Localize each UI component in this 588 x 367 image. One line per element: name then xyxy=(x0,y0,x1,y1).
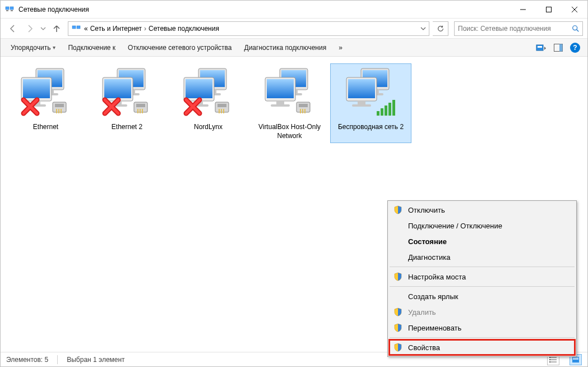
svg-rect-60 xyxy=(267,79,294,98)
svg-rect-1 xyxy=(10,7,13,10)
window-controls xyxy=(510,1,587,18)
menu-status[interactable]: Состояние xyxy=(389,233,575,249)
svg-rect-0 xyxy=(6,7,9,10)
menu-rename[interactable]: Переименовать xyxy=(389,320,575,336)
svg-rect-53 xyxy=(221,109,222,113)
svg-rect-66 xyxy=(302,109,303,113)
titlebar: Сетевые подключения xyxy=(1,1,587,19)
shield-icon xyxy=(393,205,402,214)
menu-separator xyxy=(390,286,575,287)
connection-item[interactable]: Ethernet xyxy=(5,63,86,143)
svg-rect-21 xyxy=(23,79,50,98)
back-button[interactable] xyxy=(5,21,21,36)
maximize-button[interactable] xyxy=(536,1,562,18)
close-button[interactable] xyxy=(562,1,587,18)
connection-label: NordLynx xyxy=(194,122,223,131)
svg-rect-41 xyxy=(142,109,143,113)
network-adapter-icon xyxy=(182,66,235,120)
menu-bridge[interactable]: Настройка моста xyxy=(389,269,575,285)
connection-item[interactable]: Ethernet 2 xyxy=(86,63,168,143)
svg-rect-79 xyxy=(388,103,391,116)
help-button[interactable]: ? xyxy=(567,41,583,54)
address-dropdown[interactable] xyxy=(416,22,429,35)
network-adapter-icon xyxy=(263,66,317,120)
svg-rect-74 xyxy=(358,101,365,104)
svg-rect-67 xyxy=(304,109,305,113)
svg-rect-40 xyxy=(140,109,141,113)
search-input[interactable] xyxy=(455,25,569,33)
svg-rect-88 xyxy=(573,357,578,360)
svg-rect-15 xyxy=(559,44,563,51)
svg-rect-73 xyxy=(348,79,375,98)
svg-line-11 xyxy=(577,29,579,31)
search-box[interactable] xyxy=(454,21,583,36)
menu-connect-disconnect[interactable]: Подключение / Отключение xyxy=(389,218,575,233)
toolbar-overflow[interactable]: » xyxy=(333,42,348,54)
diagnose-button[interactable]: Диагностика подключения xyxy=(239,42,332,54)
svg-rect-38 xyxy=(136,104,145,107)
svg-rect-61 xyxy=(276,101,284,104)
menu-delete[interactable]: Удалить xyxy=(389,304,575,320)
shield-icon xyxy=(393,323,402,332)
breadcrumb-root[interactable]: « xyxy=(84,25,88,33)
preview-pane-button[interactable] xyxy=(550,41,566,54)
svg-rect-78 xyxy=(385,105,387,116)
svg-rect-75 xyxy=(352,104,371,107)
network-adapter-icon xyxy=(19,66,73,120)
svg-rect-76 xyxy=(377,111,379,116)
breadcrumb-level1[interactable]: Сеть и Интернет xyxy=(90,25,142,33)
svg-rect-27 xyxy=(58,109,59,113)
shield-icon xyxy=(393,272,402,281)
address-bar[interactable]: « Сеть и Интернет › Сетевые подключения xyxy=(68,21,429,36)
svg-rect-77 xyxy=(381,108,383,116)
up-button[interactable] xyxy=(49,21,64,36)
refresh-button[interactable] xyxy=(433,21,448,36)
svg-rect-28 xyxy=(61,109,62,113)
svg-rect-85 xyxy=(549,359,550,360)
context-menu: Отключить Подключение / Отключение Состо… xyxy=(387,200,577,357)
svg-rect-64 xyxy=(299,104,308,107)
svg-rect-26 xyxy=(56,109,57,113)
disable-device-button[interactable]: Отключение сетевого устройства xyxy=(122,42,237,54)
minimize-button[interactable] xyxy=(510,1,536,18)
svg-rect-13 xyxy=(538,46,542,48)
menu-shortcut[interactable]: Создать ярлык xyxy=(389,288,575,304)
location-icon xyxy=(72,24,81,33)
svg-rect-80 xyxy=(392,100,395,116)
menu-separator xyxy=(390,267,575,267)
connect-to-button[interactable]: Подключение к xyxy=(62,42,121,54)
shield-icon xyxy=(393,308,402,316)
svg-rect-25 xyxy=(55,104,64,107)
connection-item[interactable]: NordLynx xyxy=(168,63,249,143)
svg-rect-34 xyxy=(104,79,131,98)
svg-rect-86 xyxy=(549,361,550,363)
status-selection: Выбран 1 элемент xyxy=(67,356,124,364)
organize-menu[interactable]: Упорядочить ▾ xyxy=(5,42,61,54)
svg-rect-52 xyxy=(219,109,220,113)
shield-icon xyxy=(393,343,402,352)
chevron-right-icon: › xyxy=(144,25,146,33)
menu-disable[interactable]: Отключить xyxy=(389,202,575,218)
connection-item[interactable]: Беспроводная сеть 2 xyxy=(330,63,411,143)
svg-rect-5 xyxy=(547,7,552,12)
content-area[interactable]: Ethernet Ethernet 2 xyxy=(1,57,587,352)
breadcrumbs: « Сеть и Интернет › Сетевые подключения xyxy=(84,25,416,33)
svg-rect-39 xyxy=(137,109,138,113)
app-icon xyxy=(5,5,14,14)
history-dropdown[interactable] xyxy=(39,21,48,36)
search-icon[interactable] xyxy=(569,25,582,33)
forward-button[interactable] xyxy=(22,21,38,36)
menu-properties[interactable]: Свойства xyxy=(389,340,575,355)
svg-rect-3 xyxy=(11,10,13,11)
network-adapter-icon xyxy=(344,66,398,120)
svg-rect-2 xyxy=(6,10,8,11)
svg-rect-65 xyxy=(300,109,301,113)
breadcrumb-level2[interactable]: Сетевые подключения xyxy=(149,25,219,33)
svg-rect-47 xyxy=(186,79,212,98)
view-options-button[interactable] xyxy=(534,41,549,54)
menu-diagnose[interactable]: Диагностика xyxy=(389,249,575,265)
status-item-count: Элементов: 5 xyxy=(6,356,48,364)
connection-item[interactable]: VirtualBox Host-Only Network xyxy=(249,63,330,143)
network-adapter-icon xyxy=(100,66,154,120)
toolbar: Упорядочить ▾ Подключение к Отключение с… xyxy=(1,39,587,57)
